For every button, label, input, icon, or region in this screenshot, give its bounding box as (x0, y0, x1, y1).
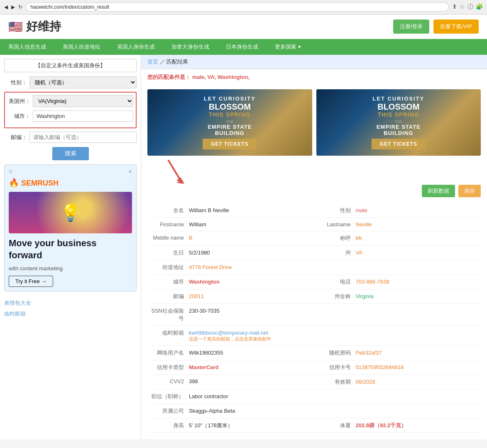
content-area: 首页 ／ 匹配结果 您的匹配条件是： male, VA, Washington,… (141, 55, 487, 439)
nav-forward-icon[interactable]: ▶ (11, 4, 15, 10)
ad-info-icon[interactable]: ① (9, 169, 13, 174)
field-label-lastname: Lastname (314, 221, 356, 228)
table-row: 性别 male (314, 203, 481, 218)
share-icon[interactable]: ⬆ (452, 3, 457, 11)
gender-label: 性别： (4, 79, 27, 86)
ad-box-header: ① ✕ (9, 169, 132, 174)
field-label-phone: 电话 (314, 278, 356, 286)
field-value-state: VA (356, 250, 362, 256)
main-layout: 【自定义条件生成美国身份】 性别： 随机（可选） 美国州： VA(Virgini… (0, 55, 487, 439)
ad-cta-button[interactable]: Try it Free → (9, 276, 53, 287)
field-value-password: Peb32af37 (356, 350, 382, 356)
ad1-line1: LET CURIOSITY (203, 95, 257, 102)
field-value-middlename: B (189, 235, 193, 241)
field-value-fullname: William B Neville (189, 207, 229, 213)
save-button[interactable]: 保存 (458, 185, 481, 197)
gender-select[interactable]: 随机（可选） (29, 76, 137, 88)
ad1-line2: BLOSSOM (203, 102, 257, 111)
ad-box: ① ✕ 🔥 SEMRUSH 💡 Move your business forwa… (4, 164, 137, 291)
field-value-ssn: 230-30-7035 (189, 308, 220, 314)
info-icon[interactable]: ⓘ (467, 3, 473, 11)
breadcrumb-home[interactable]: 首页 (147, 59, 158, 65)
table-row: 街道地址 4778 Forest Drive (147, 260, 314, 275)
nav-refresh-icon[interactable]: ↻ (18, 4, 22, 10)
refresh-button[interactable]: 刷新数据 (422, 185, 455, 197)
sidebar-title: 【自定义条件生成美国身份】 (4, 59, 137, 72)
field-label-gender: 性别 (314, 207, 356, 214)
table-row: 信用卡类型 MasterCard (147, 360, 314, 375)
city-row: 城市： Washington (7, 110, 133, 122)
ad1-btn[interactable]: GET TICKETS (203, 139, 257, 149)
ad2-btn[interactable]: GET TICKETS (372, 139, 426, 149)
temp-email-sub: 这是一个真实的邮箱，点击这里接收邮件 (189, 336, 271, 342)
arrow-container (164, 160, 481, 185)
table-row: 州 VA (314, 246, 481, 260)
search-button[interactable]: 搜索 (52, 147, 89, 160)
state-label: 美国州： (7, 98, 30, 105)
field-label-cardnumber: 信用卡号 (314, 364, 356, 371)
table-row (314, 260, 481, 275)
nav-more[interactable]: 更多国家 ▾ (267, 39, 309, 55)
extensions-icon[interactable]: 🧩 (476, 3, 483, 11)
vip-button[interactable]: 批量下载/VIP (433, 20, 479, 34)
sidebar: 【自定义条件生成美国身份】 性别： 随机（可选） 美国州： VA(Virgini… (0, 55, 141, 439)
ad2-sub3: BUILDING (372, 130, 426, 136)
field-label-middlename: Middle name (147, 235, 189, 241)
field-value-expiry: 08/2028 (356, 379, 375, 385)
ad1-line3: THIS SPRING (203, 111, 257, 118)
browser-actions: ⬆ ☆ ⓘ 🧩 (452, 3, 483, 11)
state-select[interactable]: VA(Virginia) (33, 95, 133, 107)
nav-us-info[interactable]: 美国人信息生成 (0, 39, 54, 55)
match-conditions: 您的匹配条件是： male, VA, Washington, (141, 69, 487, 85)
ad-sub: with content marketing (9, 265, 132, 272)
field-label-ssn: SSN社会保险号 (147, 307, 189, 322)
breadcrumb-current: 匹配结果 (166, 59, 188, 65)
state-city-box: 美国州： VA(Virginia) 城市： Washington (4, 92, 137, 128)
ad-banner-1[interactable]: LET CURIOSITY BLOSSOM THIS SPRING THE EM… (147, 89, 312, 156)
logo-text: 好维持 (26, 19, 61, 34)
nav-japan-identity[interactable]: 日本身份生成 (218, 39, 267, 55)
field-value-city: Washington (189, 279, 220, 285)
field-label-birthday: 生日 (147, 249, 189, 257)
nav-canada-identity[interactable]: 加拿大身份生成 (163, 39, 218, 55)
site-header: 🇺🇸 好维持 注册/登录 批量下载/VIP (0, 15, 487, 39)
red-arrow-icon (164, 160, 189, 185)
field-value-title: Mr. (356, 235, 363, 241)
sidebar-link-emoji[interactable]: 表情包大全 (4, 298, 137, 308)
nav-back-icon[interactable]: ◀ (4, 4, 8, 10)
state-row: 美国州： VA(Virginia) (7, 95, 133, 107)
field-label-password: 随机密码 (314, 349, 356, 357)
match-value: male, VA, Washington, (192, 74, 250, 80)
nav-us-address[interactable]: 美国人街道地址 (54, 39, 109, 55)
ad-banner-2[interactable]: LET CURIOSITY BLOSSOM THIS SPRING THE EM… (316, 89, 481, 156)
zip-input[interactable] (29, 132, 137, 143)
register-button[interactable]: 注册/登录 (393, 20, 430, 34)
table-row: 信用卡号 5138759552684818 (314, 360, 481, 375)
temp-email-link[interactable]: kwh96tbooc@temporary-mail.net (189, 330, 268, 336)
field-value-zip: 20011 (189, 293, 204, 299)
table-row: 邮编 20011 (147, 289, 314, 304)
field-value-weight: 202.8磅（92.2千克） (356, 422, 407, 429)
url-bar[interactable]: haoweichi.com/Index/custom_result (26, 2, 449, 12)
table-row: 身高 5' 10"（178厘米） (147, 419, 314, 433)
field-label-jobtitle: 职位（职称） (147, 393, 189, 400)
gender-row: 性别： 随机（可选） (4, 76, 137, 88)
nav-uk-identity[interactable]: 英国人身份生成 (109, 39, 163, 55)
ad-close-icon[interactable]: ✕ (128, 169, 132, 174)
result-header: 刷新数据 保存 (147, 185, 481, 197)
table-row: 随机密码 Peb32af37 (314, 346, 481, 360)
svg-line-0 (168, 160, 181, 181)
field-value-lastname: Neville (356, 221, 372, 228)
ad1-sub1: THE (203, 120, 257, 124)
data-grid: 全名 William B Neville 性别 male Firstname W… (147, 203, 481, 433)
bookmark-icon[interactable]: ☆ (460, 3, 465, 11)
field-value-cvv2: 398 (189, 378, 198, 384)
zip-label: 邮编： (4, 134, 27, 141)
table-row: 称呼 Mr. (314, 231, 481, 246)
breadcrumb: 首页 ／ 匹配结果 (141, 55, 487, 69)
field-label-title: 称呼 (314, 235, 356, 242)
zip-row: 邮编： (4, 132, 137, 143)
field-value-jobtitle: Labor contractor (189, 393, 228, 399)
sidebar-link-tempmail[interactable]: 临时邮箱 (4, 308, 137, 319)
field-label-tempemail: 临时邮箱 (147, 329, 189, 337)
